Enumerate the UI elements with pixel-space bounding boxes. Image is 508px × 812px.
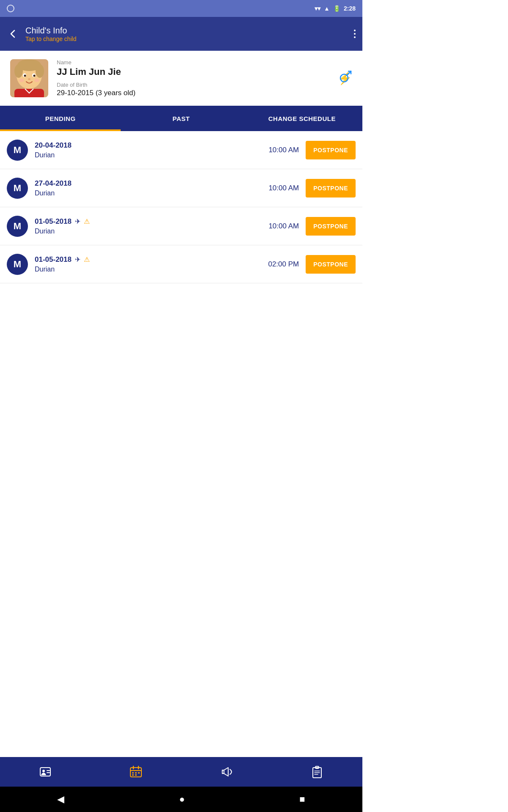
app-bar-subtitle[interactable]: Tap to change child: [25, 36, 354, 42]
tab-change-schedule[interactable]: CHANGE SCHEDULE: [242, 106, 362, 131]
tab-pending[interactable]: PENDING: [0, 106, 121, 131]
time-display: 2:28: [344, 5, 356, 12]
android-nav-bar: ◀ ● ■: [0, 787, 362, 812]
item-date-row: 20-04-2018: [35, 141, 268, 150]
schedule-item: M 01-05-2018 ✈ ⚠ Durian 02:00 PM POSTPON…: [0, 245, 362, 283]
signal-icon: ▲: [324, 5, 330, 12]
nav-clipboard[interactable]: [310, 765, 324, 779]
item-location: Durian: [35, 266, 268, 273]
name-label: Name: [57, 59, 352, 66]
svg-point-4: [36, 64, 44, 78]
postpone-button[interactable]: POSTPONE: [306, 141, 356, 159]
app-bar: Child's Info Tap to change child: [0, 17, 362, 51]
child-details: Name JJ Lim Jun Jie Date of Birth 29-10-…: [57, 59, 352, 97]
item-date-row: 01-05-2018 ✈ ⚠: [35, 217, 268, 226]
schedule-list: M 20-04-2018 Durian 10:00 AM POSTPONE M …: [0, 131, 362, 283]
postpone-button[interactable]: POSTPONE: [306, 255, 356, 274]
item-date-row: 27-04-2018: [35, 179, 268, 188]
schedule-item: M 27-04-2018 Durian 10:00 AM POSTPONE: [0, 169, 362, 207]
child-avatar: [10, 59, 48, 97]
item-date: 01-05-2018: [35, 255, 72, 264]
svg-rect-27: [138, 772, 140, 774]
item-date: 27-04-2018: [35, 179, 72, 188]
item-info: 01-05-2018 ✈ ⚠ Durian: [35, 255, 268, 273]
wifi-icon: ▾▾: [315, 5, 320, 12]
item-avatar: M: [7, 254, 28, 275]
male-gender-icon: [339, 70, 352, 87]
svg-point-9: [28, 78, 30, 80]
tab-past[interactable]: PAST: [121, 106, 241, 131]
warning-icon: ⚠: [84, 255, 90, 263]
dob-label: Date of Birth: [57, 82, 352, 88]
status-indicator: [7, 5, 14, 12]
android-home-button[interactable]: ●: [179, 794, 185, 805]
svg-rect-28: [132, 774, 134, 776]
more-options-button[interactable]: [354, 30, 356, 38]
schedule-item: M 20-04-2018 Durian 10:00 AM POSTPONE: [0, 131, 362, 169]
svg-point-18: [42, 770, 45, 772]
item-date: 01-05-2018: [35, 217, 72, 226]
child-name: JJ Lim Jun Jie: [57, 66, 352, 77]
postpone-button[interactable]: POSTPONE: [306, 179, 356, 198]
item-location: Durian: [35, 151, 268, 159]
warning-icon: ⚠: [84, 217, 90, 225]
postpone-button[interactable]: POSTPONE: [306, 217, 356, 236]
child-dob: 29-10-2015 (3 years old): [57, 89, 352, 97]
svg-rect-26: [135, 772, 137, 774]
android-back-button[interactable]: ◀: [57, 794, 64, 805]
item-time: 10:00 AM: [268, 222, 299, 230]
schedule-item: M 01-05-2018 ✈ ⚠ Durian 10:00 AM POSTPON…: [0, 207, 362, 245]
svg-point-3: [14, 64, 23, 78]
tabs-bar: PENDING PAST CHANGE SCHEDULE: [0, 106, 362, 131]
item-time: 10:00 AM: [268, 146, 299, 154]
svg-point-11: [34, 79, 39, 82]
svg-rect-29: [135, 774, 137, 776]
child-info-card: Name JJ Lim Jun Jie Date of Birth 29-10-…: [0, 51, 362, 106]
svg-point-10: [19, 79, 24, 82]
svg-line-14: [347, 71, 351, 76]
status-bar-right: ▾▾ ▲ 🔋 2:28: [315, 5, 356, 12]
item-avatar: M: [7, 216, 28, 237]
svg-point-8: [33, 75, 36, 77]
item-date: 20-04-2018: [35, 141, 72, 150]
item-location: Durian: [35, 189, 268, 197]
status-bar: ▾▾ ▲ 🔋 2:28: [0, 0, 362, 17]
app-bar-title-group: Child's Info Tap to change child: [25, 26, 354, 42]
battery-icon: 🔋: [333, 5, 340, 12]
item-location: Durian: [35, 228, 268, 235]
app-bar-title: Child's Info: [25, 26, 354, 36]
item-avatar: M: [7, 140, 28, 161]
nav-announcements[interactable]: [220, 765, 233, 779]
nav-contacts[interactable]: [39, 765, 52, 779]
back-button[interactable]: [7, 28, 19, 40]
status-bar-left: [7, 5, 14, 12]
item-time: 10:00 AM: [268, 184, 299, 192]
svg-point-7: [24, 75, 26, 77]
svg-rect-25: [132, 772, 134, 774]
item-time: 02:00 PM: [268, 260, 299, 269]
plane-icon: ✈: [75, 255, 80, 263]
item-info: 27-04-2018 Durian: [35, 179, 268, 197]
item-avatar: M: [7, 178, 28, 199]
plane-icon: ✈: [75, 217, 80, 225]
item-info: 01-05-2018 ✈ ⚠ Durian: [35, 217, 268, 235]
nav-calendar[interactable]: [129, 765, 143, 779]
item-date-row: 01-05-2018 ✈ ⚠: [35, 255, 268, 264]
bottom-nav: [0, 757, 362, 787]
item-info: 20-04-2018 Durian: [35, 141, 268, 159]
android-recent-button[interactable]: ■: [299, 794, 305, 805]
